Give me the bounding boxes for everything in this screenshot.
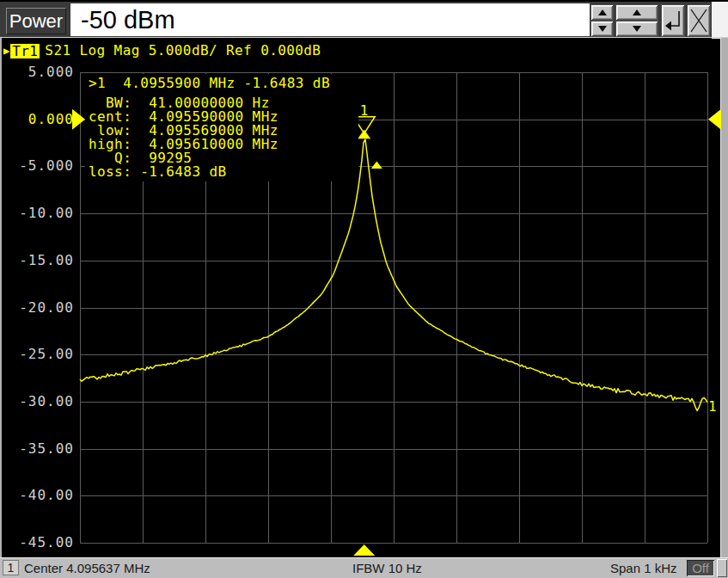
center-frequency-readout: Center 4.095637 MHz: [24, 558, 150, 578]
y-axis-label: -10.00: [19, 206, 74, 221]
active-trace-arrow-icon: ▶: [3, 43, 9, 58]
y-axis-label: -15.00: [19, 253, 74, 268]
y-axis-label: -35.00: [19, 441, 74, 457]
svg-text:1: 1: [708, 398, 717, 415]
marker1-readout: >1 4.0955900 MHz -1.6483 dB: [89, 76, 358, 91]
y-axis-label: -20.00: [19, 300, 74, 316]
y-axis-label: 5.000: [19, 65, 74, 80]
marker-readout-panel: >1 4.0955900 MHz -1.6483 dB BW: 41.00000…: [85, 74, 358, 181]
trace-id-badge[interactable]: Tr1: [10, 44, 40, 58]
y-axis-label: -45.00: [19, 535, 74, 550]
y-axis-label: -25.00: [19, 347, 74, 362]
off-indicator: Off: [687, 560, 714, 576]
y-axis-label: -30.00: [19, 394, 74, 409]
channel-number-box[interactable]: 1: [3, 560, 19, 575]
span-readout: Span 1 kHz: [610, 558, 677, 578]
y-axis-label: -40.00: [19, 488, 74, 503]
resize-grip: [717, 559, 727, 577]
status-bar: 1 Center 4.095637 MHz IFBW 10 Hz Span 1 …: [0, 557, 728, 578]
ifbw-readout: IFBW 10 Hz: [352, 558, 422, 578]
trace-header: ▶ Tr1 S21 Log Mag 5.000dB/ Ref 0.000dB: [3, 43, 321, 58]
y-axis-label: -5.000: [19, 158, 74, 174]
trace-settings-text: S21 Log Mag 5.000dB/ Ref 0.000dB: [45, 43, 321, 58]
svg-text:1: 1: [360, 102, 369, 119]
y-axis-label: 0.000: [19, 112, 74, 127]
loss-row: loss: -1.6483 dB: [89, 165, 358, 179]
